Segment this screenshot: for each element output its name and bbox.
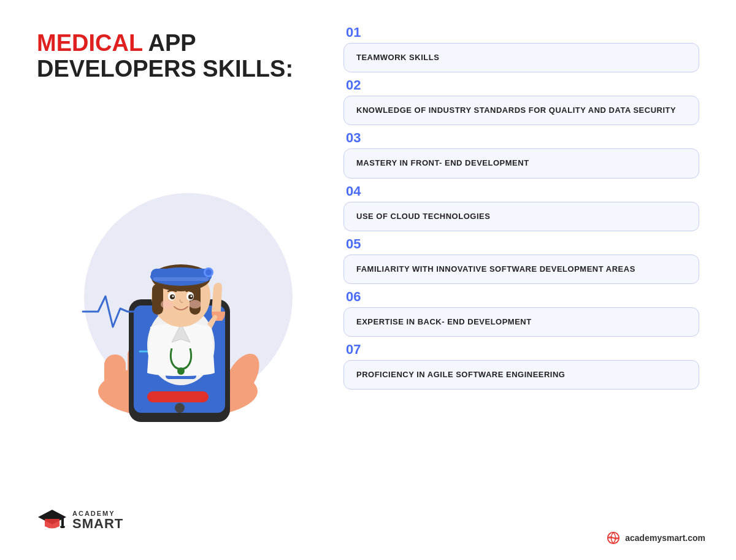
svg-point-30 [161,300,173,309]
illustration-area [25,88,331,499]
page-container: MEDICAL APP DEVELOPERS SKILLS: [0,0,736,560]
doctor-character [147,264,225,385]
title-line1: MEDICAL APP [37,31,331,56]
logo-text-block: ACADEMY SMART [72,510,123,531]
doctor-illustration [49,164,307,422]
skill-box: PROFICIENCY IN AGILE SOFTWARE ENGINEERIN… [343,360,699,389]
svg-point-9 [175,403,185,413]
skill-number: 01 [343,25,699,40]
logo-area: ACADEMY SMART [25,499,331,542]
svg-rect-33 [61,517,64,526]
skill-group: 02KNOWLEDGE OF INDUSTRY STANDARDS FOR QU… [343,77,699,125]
svg-rect-8 [147,391,209,402]
skill-group: 07PROFICIENCY IN AGILE SOFTWARE ENGINEER… [343,342,699,389]
svg-rect-17 [152,284,163,315]
skill-box: FAMILIARITY WITH INNOVATIVE SOFTWARE DEV… [343,255,699,284]
svg-point-29 [191,296,193,297]
title-line2: DEVELOPERS SKILLS: [37,56,331,82]
skill-number: 07 [343,342,699,358]
skill-group: 04USE OF CLOUD TECHNOLOGIES [343,183,699,231]
skill-number: 03 [343,130,699,146]
skill-box: MASTERY IN FRONT- END DEVELOPMENT [343,148,699,178]
skill-box: USE OF CLOUD TECHNOLOGIES [343,202,699,231]
svg-rect-21 [153,277,209,281]
skill-group: 03MASTERY IN FRONT- END DEVELOPMENT [343,130,699,178]
globe-icon [607,531,620,545]
skill-box: TEAMWORK SKILLS [343,43,699,72]
title-block: MEDICAL APP DEVELOPERS SKILLS: [25,18,331,82]
svg-point-23 [205,269,212,275]
website-area: academysmart.com [607,531,705,545]
skill-number: 04 [343,183,699,199]
skill-group: 05FAMILIARITY WITH INNOVATIVE SOFTWARE D… [343,236,699,284]
skill-box: EXPERTISE IN BACK- END DEVELOPMENT [343,307,699,337]
title-medical: MEDICAL [37,30,142,56]
skill-box: KNOWLEDGE OF INDUSTRY STANDARDS FOR QUAL… [343,96,699,125]
svg-point-31 [189,300,201,309]
skill-group: 06EXPERTISE IN BACK- END DEVELOPMENT [343,289,699,337]
skill-number: 05 [343,236,699,252]
skill-group: 01TEAMWORK SKILLS [343,25,699,72]
right-panel: 01TEAMWORK SKILLS02KNOWLEDGE OF INDUSTRY… [331,18,711,542]
skill-number: 06 [343,289,699,305]
left-panel: MEDICAL APP DEVELOPERS SKILLS: [25,18,331,542]
svg-rect-1 [104,355,126,404]
logo-icon [37,505,67,535]
svg-point-13 [177,367,185,375]
skill-number: 02 [343,77,699,93]
svg-point-28 [172,296,174,297]
logo-smart-label: SMART [72,517,123,531]
website-url: academysmart.com [625,533,705,543]
